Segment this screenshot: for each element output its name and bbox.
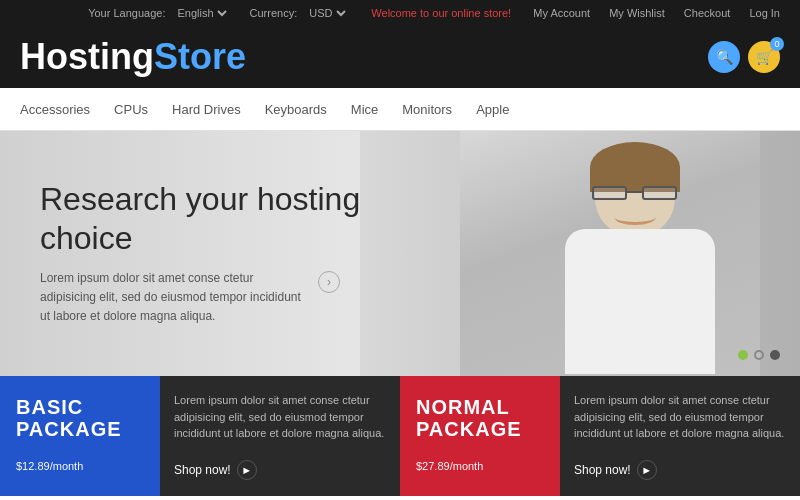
hero-title: Research your hosting choice bbox=[40, 180, 420, 257]
basic-package-name: BASICPACKAGE bbox=[16, 396, 144, 440]
basic-shop-now[interactable]: Shop now! ► bbox=[174, 460, 386, 480]
header-actions: 🔍 🛒 0 bbox=[708, 41, 780, 73]
normal-package-desc: Lorem ipsum dolor sit amet conse ctetur … bbox=[560, 376, 800, 496]
basic-period: /month bbox=[50, 460, 84, 472]
hero-dot-3[interactable] bbox=[770, 350, 780, 360]
basic-package: BASICPACKAGE $12.89/month Lorem ipsum do… bbox=[0, 376, 400, 496]
normal-package-color: NORMALPACKAGE $27.89/month bbox=[400, 376, 560, 496]
nav-link-apple[interactable]: Apple bbox=[476, 102, 509, 117]
search-icon: 🔍 bbox=[716, 49, 733, 65]
my-wishlist-link[interactable]: My Wishlist bbox=[609, 7, 665, 19]
hero-image bbox=[460, 131, 760, 376]
normal-shop-now[interactable]: Shop now! ► bbox=[574, 460, 786, 480]
header-top-bar: Your Language: English Currency: USD Wel… bbox=[20, 0, 780, 26]
normal-package: NORMALPACKAGE $27.89/month Lorem ipsum d… bbox=[400, 376, 800, 496]
nav-item-apple: Apple bbox=[476, 100, 509, 118]
cart-button[interactable]: 🛒 0 bbox=[748, 41, 780, 73]
hero-text-block: Lorem ipsum dolor sit amet conse ctetur … bbox=[40, 269, 340, 327]
basic-package-color: BASICPACKAGE $12.89/month bbox=[0, 376, 160, 496]
language-select[interactable]: English bbox=[173, 6, 230, 20]
cart-icon: 🛒 bbox=[756, 49, 773, 65]
nav-item-monitors: Monitors bbox=[402, 100, 452, 118]
checkout-link[interactable]: Checkout bbox=[684, 7, 730, 19]
currency-select[interactable]: USD bbox=[305, 6, 349, 20]
hero-dot-1[interactable] bbox=[738, 350, 748, 360]
header-main: HostingStore 🔍 🛒 0 bbox=[20, 26, 780, 88]
main-nav: Accessories CPUs Hard Drives Keyboards M… bbox=[0, 88, 800, 131]
welcome-text: Welcome to our online store! bbox=[371, 7, 511, 19]
normal-package-price: $27.89/month bbox=[416, 450, 544, 476]
normal-shop-label: Shop now! bbox=[574, 463, 631, 477]
normal-period: /month bbox=[450, 460, 484, 472]
currency-label: Currency: bbox=[250, 7, 298, 19]
my-account-link[interactable]: My Account bbox=[533, 7, 590, 19]
basic-package-text: Lorem ipsum dolor sit amet conse ctetur … bbox=[174, 392, 386, 442]
login-link[interactable]: Log In bbox=[749, 7, 780, 19]
nav-link-cpus[interactable]: CPUs bbox=[114, 102, 148, 117]
nav-item-keyboards: Keyboards bbox=[265, 100, 327, 118]
basic-shop-label: Shop now! bbox=[174, 463, 231, 477]
search-button[interactable]: 🔍 bbox=[708, 41, 740, 73]
hero-arrow-icon[interactable]: › bbox=[318, 271, 340, 293]
basic-package-price: $12.89/month bbox=[16, 450, 144, 476]
hero-dot-2[interactable] bbox=[754, 350, 764, 360]
nav-item-accessories: Accessories bbox=[20, 100, 90, 118]
normal-shop-icon: ► bbox=[637, 460, 657, 480]
nav-list: Accessories CPUs Hard Drives Keyboards M… bbox=[20, 88, 780, 130]
header: Your Language: English Currency: USD Wel… bbox=[0, 0, 800, 88]
hero-dots bbox=[738, 350, 780, 360]
nav-item-mice: Mice bbox=[351, 100, 378, 118]
nav-link-hard-drives[interactable]: Hard Drives bbox=[172, 102, 241, 117]
nav-item-cpus: CPUs bbox=[114, 100, 148, 118]
logo-store: Store bbox=[154, 36, 246, 77]
nav-item-hard-drives: Hard Drives bbox=[172, 100, 241, 118]
nav-link-keyboards[interactable]: Keyboards bbox=[265, 102, 327, 117]
nav-link-mice[interactable]: Mice bbox=[351, 102, 378, 117]
hero-description: Lorem ipsum dolor sit amet conse ctetur … bbox=[40, 269, 312, 327]
normal-package-text: Lorem ipsum dolor sit amet conse ctetur … bbox=[574, 392, 786, 442]
nav-link-monitors[interactable]: Monitors bbox=[402, 102, 452, 117]
hero-content: Research your hosting choice Lorem ipsum… bbox=[0, 180, 460, 326]
basic-shop-icon: ► bbox=[237, 460, 257, 480]
logo[interactable]: HostingStore bbox=[20, 36, 246, 78]
nav-link-accessories[interactable]: Accessories bbox=[20, 102, 90, 117]
hero-section: Research your hosting choice Lorem ipsum… bbox=[0, 131, 800, 376]
cart-badge: 0 bbox=[770, 37, 784, 51]
packages-section: BASICPACKAGE $12.89/month Lorem ipsum do… bbox=[0, 376, 800, 496]
normal-package-name: NORMALPACKAGE bbox=[416, 396, 544, 440]
basic-package-desc: Lorem ipsum dolor sit amet conse ctetur … bbox=[160, 376, 400, 496]
language-label: Your Language: bbox=[88, 7, 165, 19]
logo-hosting: Hosting bbox=[20, 36, 154, 77]
